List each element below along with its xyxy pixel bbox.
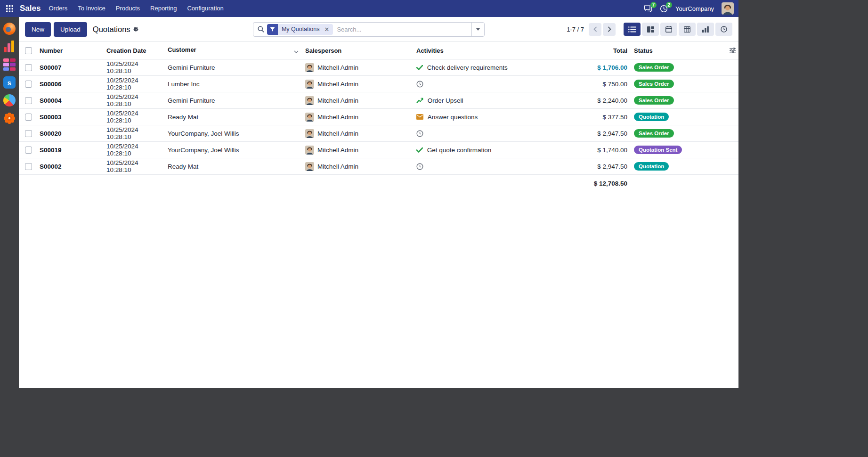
user-avatar[interactable]	[722, 2, 734, 15]
menu-reporting[interactable]: Reporting	[145, 0, 182, 17]
status-cell[interactable]: Sales Order	[631, 125, 725, 142]
creation-date-cell[interactable]: 10/25/2024 10:28:10	[104, 142, 165, 158]
number-cell[interactable]: S00020	[37, 125, 104, 142]
facet-remove-icon[interactable]: ✕	[323, 24, 333, 35]
column-header-activities[interactable]: Activities	[414, 42, 520, 59]
total-cell[interactable]: $ 2,947.50	[520, 125, 631, 142]
row-checkbox[interactable]	[25, 163, 32, 170]
menu-orders[interactable]: Orders	[43, 0, 73, 17]
select-all-checkbox[interactable]	[25, 47, 32, 54]
salesperson-cell[interactable]: Mitchell Admin	[302, 92, 414, 109]
menu-products[interactable]: Products	[111, 0, 145, 17]
column-header-customer[interactable]: Customer	[165, 42, 302, 59]
creation-date-cell[interactable]: 10/25/2024 10:28:10	[104, 125, 165, 142]
salesperson-cell[interactable]: Mitchell Admin	[302, 59, 414, 76]
row-checkbox[interactable]	[25, 147, 32, 154]
table-row[interactable]: S00020 10/25/2024 10:28:10 YourCompany, …	[19, 125, 738, 142]
activity-cell[interactable]	[414, 125, 520, 142]
activity-cell[interactable]: Answer questions	[414, 109, 520, 125]
messages-icon[interactable]: 7	[644, 5, 652, 12]
table-row[interactable]: S00004 10/25/2024 10:28:10 Gemini Furnit…	[19, 92, 738, 109]
total-cell[interactable]: $ 2,947.50	[520, 158, 631, 175]
column-header-status[interactable]: Status	[631, 42, 725, 59]
row-checkbox[interactable]	[25, 130, 32, 137]
view-switch-list-icon[interactable]	[624, 23, 641, 36]
color-blocks-app-icon[interactable]	[3, 58, 16, 71]
row-checkbox[interactable]	[25, 81, 32, 88]
action-gear-icon[interactable]	[133, 26, 139, 32]
search-facet[interactable]: My Quotations ✕	[267, 24, 333, 35]
search-dropdown-caret[interactable]	[471, 23, 484, 36]
salesperson-cell[interactable]: Mitchell Admin	[302, 109, 414, 125]
upload-button[interactable]: Upload	[54, 22, 87, 37]
pie-chart-app-icon[interactable]	[3, 94, 16, 106]
view-switch-pivot-icon[interactable]	[679, 23, 696, 36]
column-header-number[interactable]: Number	[37, 42, 104, 59]
salesperson-cell[interactable]: Mitchell Admin	[302, 142, 414, 158]
row-checkbox[interactable]	[25, 114, 32, 121]
optional-columns-icon[interactable]	[728, 48, 736, 53]
total-cell[interactable]: $ 750.00	[520, 76, 631, 92]
status-cell[interactable]: Sales Order	[631, 59, 725, 76]
customer-cell[interactable]: YourCompany, Joel Willis	[165, 142, 302, 158]
view-switch-graph-icon[interactable]	[697, 23, 714, 36]
activity-cell[interactable]	[414, 158, 520, 175]
activity-cell[interactable]: Get quote confirmation	[414, 142, 520, 158]
customer-cell[interactable]: Ready Mat	[165, 109, 302, 125]
creation-date-cell[interactable]: 10/25/2024 10:28:10	[104, 109, 165, 125]
company-name[interactable]: YourCompany	[675, 5, 714, 12]
customer-cell[interactable]: Lumber Inc	[165, 76, 302, 92]
number-cell[interactable]: S00003	[37, 109, 104, 125]
salesperson-cell[interactable]: Mitchell Admin	[302, 76, 414, 92]
table-row[interactable]: S00006 10/25/2024 10:28:10 Lumber Inc Mi…	[19, 76, 738, 92]
creation-date-cell[interactable]: 10/25/2024 10:28:10	[104, 59, 165, 76]
status-cell[interactable]: Quotation	[631, 109, 725, 125]
row-checkbox[interactable]	[25, 64, 32, 71]
apps-grid-icon[interactable]	[3, 2, 16, 15]
total-cell[interactable]: $ 1,706.00	[520, 59, 631, 76]
creation-date-cell[interactable]: 10/25/2024 10:28:10	[104, 92, 165, 109]
new-button[interactable]: New	[25, 22, 51, 37]
status-cell[interactable]: Sales Order	[631, 92, 725, 109]
activity-cell[interactable]: Check delivery requirements	[414, 59, 520, 76]
menu-to-invoice[interactable]: To Invoice	[73, 0, 111, 17]
number-cell[interactable]: S00006	[37, 76, 104, 92]
table-row[interactable]: S00007 10/25/2024 10:28:10 Gemini Furnit…	[19, 59, 738, 76]
status-cell[interactable]: Quotation	[631, 158, 725, 175]
browser-icon[interactable]	[3, 23, 16, 35]
app-name[interactable]: Sales	[20, 4, 41, 13]
column-header-creation-date[interactable]: Creation Date	[104, 42, 165, 59]
view-switch-activity-icon[interactable]	[715, 23, 732, 36]
optional-columns-cell[interactable]	[725, 42, 738, 59]
creation-date-cell[interactable]: 10/25/2024 10:28:10	[104, 158, 165, 175]
table-row[interactable]: S00002 10/25/2024 10:28:10 Ready Mat Mit…	[19, 158, 738, 175]
search-bar[interactable]: My Quotations ✕	[253, 22, 485, 37]
table-row[interactable]: S00019 10/25/2024 10:28:10 YourCompany, …	[19, 142, 738, 158]
column-header-total[interactable]: Total	[520, 42, 631, 59]
select-all-checkbox-cell[interactable]	[19, 42, 37, 59]
number-cell[interactable]: S00007	[37, 59, 104, 76]
status-cell[interactable]: Sales Order	[631, 76, 725, 92]
view-switch-calendar-icon[interactable]	[660, 23, 677, 36]
view-switch-kanban-icon[interactable]	[642, 23, 659, 36]
salesperson-cell[interactable]: Mitchell Admin	[302, 125, 414, 142]
pager-previous-button[interactable]	[589, 23, 601, 36]
pager-next-button[interactable]	[603, 23, 616, 36]
number-cell[interactable]: S00002	[37, 158, 104, 175]
creation-date-cell[interactable]: 10/25/2024 10:28:10	[104, 76, 165, 92]
status-cell[interactable]: Quotation Sent	[631, 142, 725, 158]
customer-cell[interactable]: Gemini Furniture	[165, 92, 302, 109]
activity-cell[interactable]	[414, 76, 520, 92]
customer-cell[interactable]: YourCompany, Joel Willis	[165, 125, 302, 142]
total-cell[interactable]: $ 2,240.00	[520, 92, 631, 109]
search-input[interactable]	[333, 26, 471, 33]
bar-chart-app-icon[interactable]	[3, 41, 16, 53]
table-row[interactable]: S00003 10/25/2024 10:28:10 Ready Mat Mit…	[19, 109, 738, 125]
row-checkbox[interactable]	[25, 97, 32, 104]
flower-app-icon[interactable]	[3, 112, 16, 124]
total-cell[interactable]: $ 377.50	[520, 109, 631, 125]
letter-s-app-icon[interactable]: s	[3, 76, 16, 89]
number-cell[interactable]: S00004	[37, 92, 104, 109]
customer-cell[interactable]: Gemini Furniture	[165, 59, 302, 76]
menu-configuration[interactable]: Configuration	[182, 0, 228, 17]
